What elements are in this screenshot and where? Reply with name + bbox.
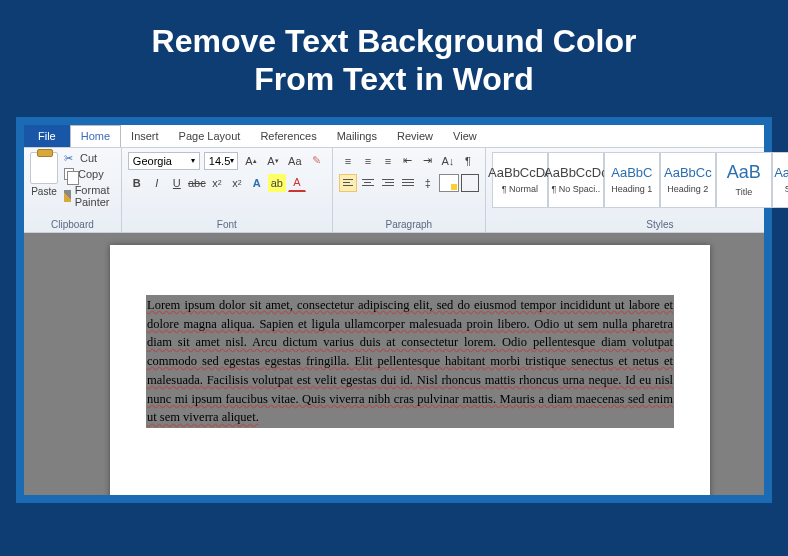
cut-label: Cut — [80, 152, 97, 164]
tab-page-layout[interactable]: Page Layout — [169, 125, 251, 147]
tab-view[interactable]: View — [443, 125, 487, 147]
cut-button[interactable]: ✂ Cut — [64, 152, 115, 164]
numbering-button[interactable]: ≡ — [359, 152, 377, 170]
align-right-button[interactable] — [379, 174, 397, 192]
tab-home[interactable]: Home — [70, 125, 121, 147]
align-center-button[interactable] — [359, 174, 377, 192]
decrease-indent-button[interactable]: ⇤ — [399, 152, 417, 170]
style-title[interactable]: AaBTitle — [716, 152, 772, 208]
title-line2: From Text in Word — [0, 60, 788, 98]
group-clipboard: Paste ✂ Cut Copy Format Painter — [24, 148, 122, 232]
line-spacing-button[interactable]: ‡ — [419, 174, 437, 192]
tab-references[interactable]: References — [250, 125, 326, 147]
copy-icon — [64, 168, 74, 180]
grow-font-button[interactable]: A▴ — [242, 152, 260, 170]
superscript-button[interactable]: x2 — [228, 174, 246, 192]
group-paragraph: ≡ ≡ ≡ ⇤ ⇥ A↓ ¶ ‡ Paragra — [333, 148, 486, 232]
paragraph-group-label: Paragraph — [339, 217, 479, 230]
paste-icon — [30, 152, 58, 184]
font-size-select[interactable]: 14.5▾ — [204, 152, 238, 170]
shrink-font-button[interactable]: A▾ — [264, 152, 282, 170]
clipboard-group-label: Clipboard — [30, 217, 115, 230]
ribbon-tabs: File Home Insert Page Layout References … — [24, 125, 764, 147]
strikethrough-button[interactable]: abc — [188, 174, 206, 192]
styles-group-label: Styles — [492, 217, 788, 230]
brush-icon — [64, 190, 71, 202]
sort-button[interactable]: A↓ — [439, 152, 457, 170]
style-heading2[interactable]: AaBbCcHeading 2 — [660, 152, 716, 208]
clear-formatting-button[interactable]: ✎ — [308, 152, 326, 170]
tab-review[interactable]: Review — [387, 125, 443, 147]
italic-button[interactable]: I — [148, 174, 166, 192]
shading-button[interactable] — [439, 174, 459, 192]
highlighted-paragraph[interactable]: Lorem ipsum dolor sit amet, consectetur … — [146, 295, 674, 428]
tab-mailings[interactable]: Mailings — [327, 125, 387, 147]
group-styles: AaBbCcDc¶ Normal AaBbCcDc¶ No Spaci.. Aa… — [486, 148, 788, 232]
increase-indent-button[interactable]: ⇥ — [419, 152, 437, 170]
style-heading1[interactable]: AaBbCHeading 1 — [604, 152, 660, 208]
ribbon: Paste ✂ Cut Copy Format Painter — [24, 147, 764, 233]
scissors-icon: ✂ — [64, 152, 76, 164]
paste-button[interactable]: Paste — [30, 152, 58, 197]
font-name-select[interactable]: Georgia▾ — [128, 152, 200, 170]
style-normal[interactable]: AaBbCcDc¶ Normal — [492, 152, 548, 208]
highlight-button[interactable]: ab — [268, 174, 286, 192]
bullets-button[interactable]: ≡ — [339, 152, 357, 170]
justify-button[interactable] — [399, 174, 417, 192]
word-window: File Home Insert Page Layout References … — [16, 117, 772, 503]
bold-button[interactable]: B — [128, 174, 146, 192]
document-area[interactable]: Lorem ipsum dolor sit amet, consectetur … — [24, 233, 764, 495]
group-font: Georgia▾ 14.5▾ A▴ A▾ Aa ✎ B I U abc x2 x… — [122, 148, 333, 232]
style-subtitle[interactable]: AaBbCc.Subtitle — [772, 152, 788, 208]
multilevel-list-button[interactable]: ≡ — [379, 152, 397, 170]
font-color-button[interactable]: A — [288, 174, 306, 192]
tutorial-title: Remove Text Background Color From Text i… — [0, 0, 788, 117]
copy-button[interactable]: Copy — [64, 168, 115, 180]
paragraph-text: Lorem ipsum dolor sit amet, consectetur … — [147, 298, 673, 425]
title-line1: Remove Text Background Color — [0, 22, 788, 60]
show-marks-button[interactable]: ¶ — [459, 152, 477, 170]
underline-button[interactable]: U — [168, 174, 186, 192]
page[interactable]: Lorem ipsum dolor sit amet, consectetur … — [110, 245, 710, 495]
style-no-spacing[interactable]: AaBbCcDc¶ No Spaci.. — [548, 152, 604, 208]
text-effects-button[interactable]: A — [248, 174, 266, 192]
copy-label: Copy — [78, 168, 104, 180]
format-painter-button[interactable]: Format Painter — [64, 184, 115, 208]
paste-label: Paste — [31, 186, 57, 197]
tab-insert[interactable]: Insert — [121, 125, 169, 147]
align-left-button[interactable] — [339, 174, 357, 192]
tab-file[interactable]: File — [24, 125, 70, 147]
subscript-button[interactable]: x2 — [208, 174, 226, 192]
change-case-button[interactable]: Aa — [286, 152, 304, 170]
format-painter-label: Format Painter — [75, 184, 115, 208]
font-group-label: Font — [128, 217, 326, 230]
borders-button[interactable] — [461, 174, 479, 192]
styles-gallery[interactable]: AaBbCcDc¶ Normal AaBbCcDc¶ No Spaci.. Aa… — [492, 152, 788, 217]
